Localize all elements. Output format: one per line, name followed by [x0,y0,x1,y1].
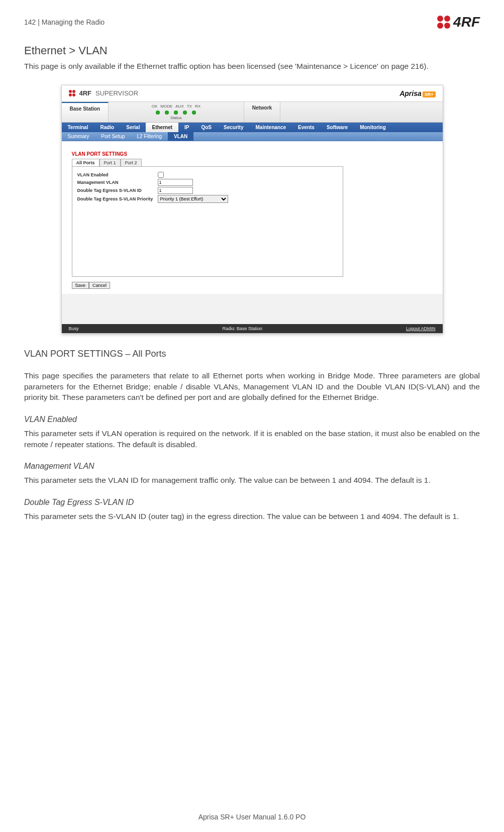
logo-text: 4RF [453,14,480,30]
supervisor-screenshot: 4RF SUPERVISOR AprisaSR+ Base Station OK… [61,85,443,334]
ss-brand: 4RF SUPERVISOR [69,89,139,97]
port-subtabs: All Ports Port 1 Port 2 [72,159,433,166]
double-tag-id-input[interactable] [158,187,193,194]
page-number: 142 [24,18,36,26]
sub2-title: Management VLAN [24,462,480,471]
subnav-l2-filtering[interactable]: L2 Filtering [131,132,168,141]
save-button[interactable]: Save [72,282,89,289]
logo-4rf: 4RF [437,14,480,30]
aprisa-logo: AprisaSR+ [399,89,435,97]
sub2-body: This parameter sets the VLAN ID for mana… [24,475,480,486]
page-num-title: 142 | Managing the Radio [24,18,105,26]
section-heading: VLAN PORT SETTINGS – All Ports [24,349,480,359]
led-tx-icon [183,111,187,115]
nav-serial[interactable]: Serial [120,123,146,132]
status-panel: OK MODE AUX TX RX Status [109,102,244,122]
ss-footer: Busy Radio: Base Station Logout ADMIN [62,324,443,333]
status-label: Status [170,116,182,120]
logo-dots-icon [69,90,75,96]
mgmt-vlan-input[interactable] [158,179,193,186]
ss-brand-label: SUPERVISOR [95,89,138,97]
subnav-port-setup[interactable]: Port Setup [95,132,131,141]
secondary-nav: Summary Port Setup L2 Filtering VLAN [62,132,443,141]
page-header: 142 | Managing the Radio 4RF [24,14,480,30]
sub1-title: VLAN Enabled [24,415,480,424]
nav-radio[interactable]: Radio [94,123,120,132]
ports-paragraph: This page specifies the parameters that … [24,370,480,403]
logo-dots-icon [437,16,450,29]
page-footer: Aprisa SR+ User Manual 1.6.0 PO [0,813,504,821]
vlan-enabled-label: VLAN Enabled [77,172,158,177]
subtab-port-1[interactable]: Port 1 [99,159,121,166]
section-title: VLAN PORT SETTINGS [72,151,433,157]
nav-terminal[interactable]: Terminal [62,123,94,132]
intro-paragraph: This page is only available if the Ether… [24,61,480,72]
ss-bottom-spacer [62,294,443,324]
nav-software[interactable]: Software [321,123,354,132]
nav-maintenance[interactable]: Maintenance [250,123,292,132]
led-rx-icon [192,111,196,115]
ss-station-tabs: Base Station OK MODE AUX TX RX [62,102,443,123]
double-tag-pri-select[interactable]: Priority 1 (Best Effort) [158,195,228,203]
double-tag-id-label: Double Tag Egress S-VLAN ID [77,188,158,193]
footer-radio: Radio: Base Station [222,326,262,331]
vlan-enabled-checkbox[interactable] [158,172,164,178]
led-labels: OK MODE AUX TX RX [152,104,200,109]
tab-network[interactable]: Network [244,102,280,122]
nav-events[interactable]: Events [292,123,321,132]
nav-qos[interactable]: QoS [195,123,218,132]
double-tag-pri-label: Double Tag Egress S-VLAN Priority [77,196,158,201]
led-aux-icon [174,111,178,115]
vlan-form: VLAN Enabled Management VLAN Double Tag … [72,166,343,277]
footer-status: Busy [69,326,79,331]
chapter-title: Managing the Radio [42,18,105,26]
primary-nav: Terminal Radio Serial Ethernet IP QoS Se… [62,123,443,132]
tab-base-station[interactable]: Base Station [62,102,109,122]
page-title: Ethernet > VLAN [24,44,480,57]
ss-brand-prefix: 4RF [79,89,92,97]
nav-monitoring[interactable]: Monitoring [354,123,392,132]
led-ok-icon [156,111,160,115]
logout-link[interactable]: Logout ADMIN [406,326,436,331]
ss-content: VLAN PORT SETTINGS All Ports Port 1 Port… [62,141,443,294]
nav-ethernet[interactable]: Ethernet [146,123,178,132]
sub3-title: Double Tag Egress S-VLAN ID [24,498,480,507]
led-mode-icon [165,111,169,115]
led-row [156,111,196,115]
subtab-all-ports[interactable]: All Ports [72,159,99,166]
cancel-button[interactable]: Cancel [89,282,110,289]
subnav-vlan[interactable]: VLAN [168,132,193,141]
sub1-body: This parameter sets if VLAN operation is… [24,428,480,450]
subtab-port-2[interactable]: Port 2 [121,159,142,166]
subnav-summary[interactable]: Summary [62,132,95,141]
sub3-body: This parameter sets the S-VLAN ID (outer… [24,511,480,522]
form-buttons: Save Cancel [72,282,433,289]
mgmt-vlan-label: Management VLAN [77,180,158,185]
ss-header: 4RF SUPERVISOR AprisaSR+ [62,85,443,102]
nav-security[interactable]: Security [218,123,249,132]
nav-ip[interactable]: IP [178,123,195,132]
